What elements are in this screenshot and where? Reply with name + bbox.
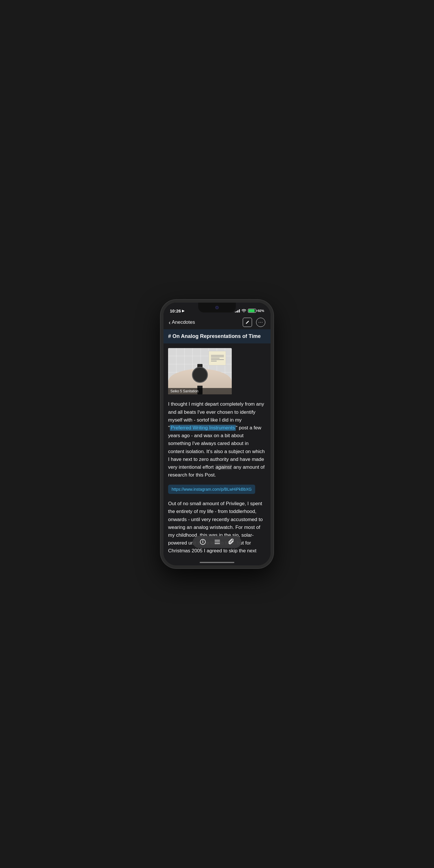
article-header: # On Analog Representations of Time [163,329,271,343]
image-caption: Seiko 5 Sanitation [168,388,232,394]
pencil-edit-icon [245,320,249,324]
phone-screen: 10:26 ▶ [163,303,271,565]
ellipsis-icon: ··· [258,320,263,325]
battery-label: 92% [258,309,264,312]
preferred-writing-link[interactable]: Preferred Writing Instruments [170,425,236,431]
watch-photo [168,348,232,394]
status-icons: 92% [235,308,264,313]
battery-body [248,309,256,313]
paper-line-3 [211,358,220,359]
paragraph-1: I thought I might depart completely from… [168,400,266,479]
article-body: Seiko 5 Sanitation I thought I might dep… [163,343,271,565]
battery-indicator: 92% [248,309,264,313]
time-display: 10:26 [170,308,181,313]
battery-fill [249,309,255,312]
paper-line-5 [211,361,217,361]
nav-bar: ‹ Anecdotes ··· [163,316,271,329]
bottom-toolbar [193,536,241,548]
paperclip-toolbar-button[interactable] [228,539,235,545]
article-image: Seiko 5 Sanitation [168,348,232,394]
italic-against: against [215,464,232,470]
svg-point-2 [203,540,203,541]
paper-note [209,351,226,365]
edit-button[interactable] [243,318,252,327]
wifi-icon [242,308,246,313]
signal-bar-2 [237,311,237,312]
article-title: # On Analog Representations of Time [168,333,266,339]
paper-line-1 [211,355,224,355]
battery-tip [257,310,257,312]
instagram-url-link[interactable]: https://www.instagram.com/p/BLwHiPkBbXG [168,485,255,494]
signal-bar-4 [239,309,240,312]
nav-back-button[interactable]: ‹ Anecdotes [169,319,195,326]
para1-text-after-link: " post a few years ago - and wax on a bi… [168,425,265,470]
paper-lines [211,354,224,362]
signal-bar-3 [238,310,239,312]
signal-bars [235,309,240,312]
list-toolbar-button[interactable] [214,539,220,545]
signal-bar-1 [235,312,236,312]
watch-face [192,367,208,383]
phone-frame: 10:26 ▶ [161,300,273,568]
status-time: 10:26 ▶ [170,308,184,313]
back-label: Anecdotes [172,319,195,325]
nav-actions: ··· [243,318,265,327]
location-icon: ▶ [182,309,184,313]
home-indicator [199,562,235,563]
paper-line-2 [211,356,224,357]
back-chevron-icon: ‹ [169,319,171,326]
info-toolbar-button[interactable] [199,539,206,545]
notch [198,303,236,312]
more-options-button[interactable]: ··· [256,318,265,327]
paper-line-4 [211,359,224,360]
notch-camera [215,306,219,309]
